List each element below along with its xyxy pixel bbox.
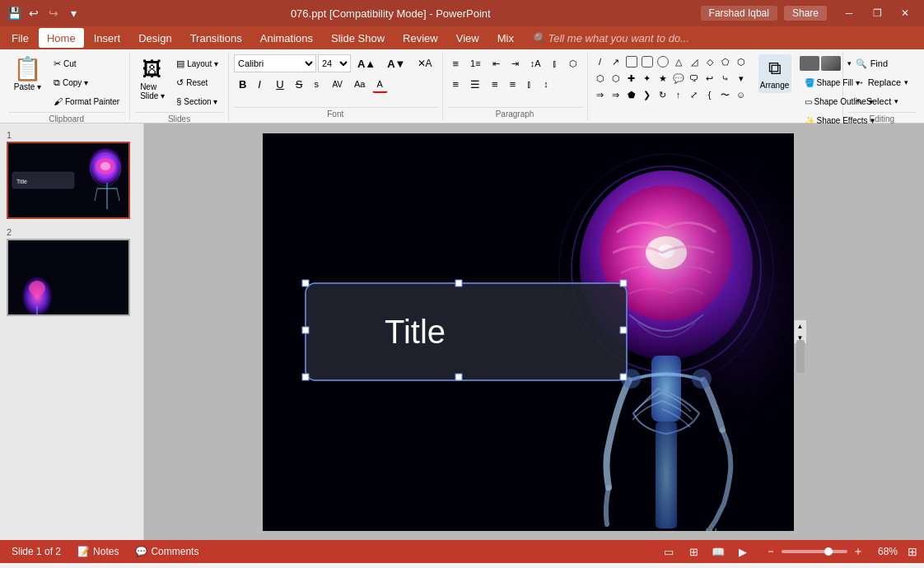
menu-home[interactable]: Home [39,28,84,48]
underline-button[interactable]: U [271,75,288,93]
comments-button[interactable]: 💬 Comments [130,544,203,559]
bullets-button[interactable]: ≡ [448,54,464,72]
replace-button[interactable]: ↔ Replace ▾ [848,73,916,91]
shape-heptagon[interactable]: ⬡ [593,71,608,86]
share-button[interactable]: Share [784,6,827,21]
increase-font-size-button[interactable]: A▲ [352,54,380,72]
copy-button[interactable]: ⧉ Copy ▾ [49,73,124,91]
menu-slideshow[interactable]: Slide Show [323,28,393,48]
customize-qat-icon[interactable]: ▾ [66,6,81,21]
find-button[interactable]: 🔍 Find [848,54,916,72]
font-color-button[interactable]: A [372,75,388,93]
shape-curved-arrow[interactable]: ↩ [702,71,717,86]
save-icon[interactable]: 💾 [7,6,21,21]
strikethrough-button[interactable]: S [291,75,308,93]
slide-sorter-button[interactable]: ⊞ [684,544,702,559]
shape-rect[interactable] [626,56,637,68]
slide-image-2[interactable] [7,239,130,316]
menu-mix[interactable]: Mix [489,28,522,48]
menu-file[interactable]: File [3,28,37,48]
slide-image-1[interactable]: Title [7,142,130,219]
menu-design[interactable]: Design [130,28,180,48]
shape-cross[interactable]: ✚ [624,71,639,86]
shape-diamond[interactable]: ◇ [702,54,717,69]
shape-rtriangle[interactable]: ◿ [687,54,702,69]
zoom-in-button[interactable]: ＋ [852,544,864,559]
shape-wave[interactable]: 〜 [718,87,733,102]
reading-view-button[interactable]: 📖 [709,544,727,559]
shape-cloud-callout[interactable]: 🗨 [687,71,702,86]
smartart-button[interactable]: ⬡ [564,54,582,72]
slide-thumb-2[interactable]: 2 [7,227,137,316]
new-slide-button[interactable]: 🖼 NewSlide ▾ [135,54,170,104]
menu-transitions[interactable]: Transitions [182,28,250,48]
normal-view-button[interactable]: ▭ [660,544,678,559]
layout-button[interactable]: ▤ Layout ▾ [171,54,223,72]
shape-round-rect[interactable] [642,56,653,68]
section-button[interactable]: § Section ▾ [171,92,223,110]
align-left-button[interactable]: ≡ [448,75,464,93]
bold-button[interactable]: B [234,75,251,93]
zoom-thumb[interactable] [824,547,833,556]
shape-triangle[interactable]: △ [671,54,686,69]
justify-button[interactable]: ≡ [505,75,521,93]
slide-canvas[interactable]: Title [263,133,794,531]
menu-tell-me[interactable]: 🔍 Tell me what you want to do... [524,28,698,48]
shape-line[interactable]: / [593,54,608,69]
paste-button[interactable]: 📋 Paste ▾ [8,54,47,95]
font-name-select[interactable]: Calibri [234,54,316,72]
redo-icon[interactable]: ↪ [46,6,61,21]
zoom-slider[interactable] [782,550,847,553]
increase-indent-button[interactable]: ⇥ [506,54,524,72]
italic-button[interactable]: I [253,75,269,93]
shape-star4[interactable]: ✦ [640,71,655,86]
numbering-button[interactable]: 1≡ [465,54,486,72]
decrease-indent-button[interactable]: ⇤ [488,54,505,72]
restore-button[interactable]: ❐ [865,2,889,25]
shape-notched-arrow[interactable]: ⇒ [609,87,623,102]
shape-striped-arrow[interactable]: ⇒ [593,87,608,102]
arrange-button[interactable]: ⧉ Arrange [758,54,791,93]
shape-callout[interactable]: 💬 [671,71,686,86]
menu-view[interactable]: View [448,28,488,48]
shape-curved-up-arrow[interactable]: ↑ [671,87,686,102]
cut-button[interactable]: ✂ Cut [49,54,124,72]
reset-button[interactable]: ↺ Reset [171,73,223,91]
slideshow-button[interactable]: ▶ [734,544,752,559]
font-size-select[interactable]: 24 [318,54,351,72]
shape-more[interactable]: ▾ [734,71,749,86]
shape-oval[interactable] [657,56,669,68]
zoom-level[interactable]: 68% [869,546,898,557]
shadow-button[interactable]: s [309,75,325,93]
shape-circular-arrow[interactable]: ↻ [656,87,670,102]
shape-chevron[interactable]: ❯ [640,87,655,102]
minimize-button[interactable]: ─ [837,2,861,25]
zoom-out-button[interactable]: － [765,544,777,559]
user-account[interactable]: Farshad Iqbal [701,6,777,21]
line-spacing-button[interactable]: ↕ [539,75,553,93]
shape-smiley[interactable]: ☺ [734,87,749,102]
format-painter-button[interactable]: 🖌 Format Painter [49,92,124,110]
notes-button[interactable]: 📝 Notes [72,544,124,559]
shape-arrow[interactable]: ↗ [609,54,623,69]
change-case-button[interactable]: Aa [349,75,370,93]
align-right-button[interactable]: ≡ [487,75,503,93]
select-button[interactable]: ↖ Select ▾ [848,92,916,110]
slide-thumb-1[interactable]: 1 Title [7,130,137,219]
shape-hex[interactable]: ⬡ [734,54,749,69]
quick-style-2[interactable] [821,56,841,71]
menu-insert[interactable]: Insert [86,28,129,48]
scroll-up-button[interactable]: ▲ [795,320,806,332]
shape-multi-arrow[interactable]: ⤢ [687,87,702,102]
align-center-button[interactable]: ☰ [465,75,485,93]
shape-brace[interactable]: { [702,87,717,102]
shape-pentagon[interactable]: ⬠ [718,54,733,69]
fit-slide-button[interactable]: ⊞ [908,545,917,558]
scroll-thumb[interactable] [796,340,805,373]
undo-icon[interactable]: ↩ [26,6,41,21]
shape-bent-arrow[interactable]: ⤷ [718,71,733,86]
menu-animations[interactable]: Animations [252,28,321,48]
shape-pentagon-arrow[interactable]: ⬟ [624,87,639,102]
close-button[interactable]: ✕ [893,2,917,25]
menu-review[interactable]: Review [394,28,446,48]
